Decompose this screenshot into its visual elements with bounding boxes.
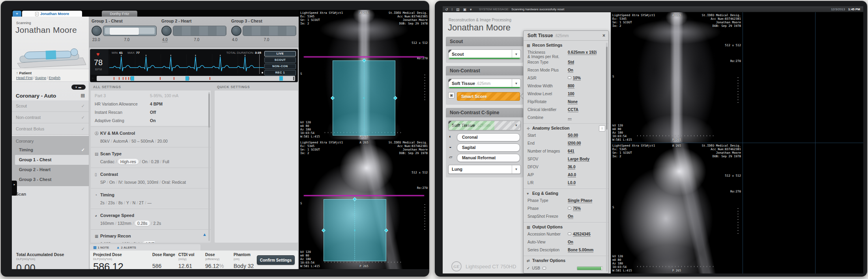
setting-token[interactable]: 0.28 [151, 159, 159, 164]
group-start-value[interactable]: 4.0 [232, 38, 238, 42]
scan-box-center[interactable]: × [354, 228, 356, 232]
settings-section[interactable]: ◔Timing2s/23s/8s/Y/N/2T/— [91, 188, 211, 209]
scout-viewport-lateral[interactable]: LightSpeed Xtra SYS#jct1Ex: 5345Se: 1 SC… [299, 140, 429, 269]
coronary-item[interactable]: Group 1 - Chest [15, 155, 89, 165]
setting-token[interactable]: 8s [118, 200, 123, 205]
tab-jonathan-moore[interactable]: ×Jonathan Moore [22, 11, 82, 17]
reset-icon[interactable]: ↺ [445, 8, 448, 11]
panel-row-value[interactable]: Single Phase [568, 198, 592, 203]
protocol-step[interactable]: Scout✓ [12, 100, 89, 112]
settings-scrollbar-thumb[interactable] [208, 94, 210, 128]
setting-value[interactable]: On [150, 117, 156, 125]
settings-section[interactable]: ▦Primary Recon▲0.625mm x 192i/Std/ASiR 4… [91, 229, 211, 243]
panel-row-value[interactable]: 10% [573, 76, 581, 81]
group-mid-value[interactable]: 7.0 [194, 38, 200, 42]
notes-alerts-strip[interactable]: ▤1 NOTE ▲2 ALERTS [90, 244, 200, 251]
group-slider-track[interactable] [173, 26, 226, 36]
panel-row-value[interactable]: S0.00 [568, 133, 578, 138]
setting-row[interactable]: HR Variation Allowance4 BPM [91, 100, 211, 108]
setting-value[interactable]: 4 BPM [150, 100, 163, 108]
protocol-step[interactable]: Contrast Bolus✓ [12, 123, 89, 135]
settings-section[interactable]: ◕Coverage Speed160mm/132mm/0.28s/2.2s [91, 209, 211, 229]
panel-row-value[interactable]: 0.625mm x 192i [568, 50, 597, 55]
group-slider-track[interactable] [243, 26, 296, 36]
group-slider-knob[interactable] [92, 26, 102, 36]
panel-row-value[interactable]: 100 [568, 92, 574, 96]
panel-row-value[interactable]: Bone 5.00mm [568, 248, 593, 253]
ecg-button-live[interactable]: LIVE [264, 51, 296, 57]
collapse-control[interactable]: ▾ ▬ [71, 85, 86, 90]
close-icon[interactable]: × [602, 31, 605, 41]
group-slider-track[interactable] [103, 26, 157, 36]
setting-chip[interactable]: 0.28s [135, 221, 150, 226]
setting-token[interactable]: 20.00 [157, 139, 168, 143]
panel-row-value[interactable]: 75% [573, 206, 581, 211]
close-tab-icon[interactable]: × [35, 12, 39, 16]
log-icon[interactable]: ▤ [456, 8, 460, 11]
orientation-link[interactable]: Supine [35, 76, 46, 80]
group-slider-knob[interactable] [161, 26, 172, 36]
setting-row[interactable]: Part 35-95%, 100 mA [91, 92, 211, 100]
comment-bubble-icon[interactable] [568, 76, 571, 79]
panel-row-value[interactable]: On [568, 240, 573, 245]
alert-icon[interactable]: ! [452, 8, 453, 11]
manual-reformat-button[interactable]: Manual Reformat [457, 154, 520, 162]
coronary-item[interactable]: Group 3 - Chest [15, 175, 89, 185]
setting-chip[interactable]: High-res [118, 159, 138, 164]
setting-token[interactable]: On [142, 159, 148, 164]
transfer-row[interactable]: ✓USB [527, 264, 605, 272]
setting-token[interactable]: On [109, 180, 115, 185]
timeline-scrubber[interactable] [97, 76, 295, 81]
smart-score-button[interactable]: Smart Score [457, 92, 520, 101]
timeline-marker[interactable] [131, 76, 134, 81]
setting-token[interactable]: N [133, 200, 136, 205]
panel-row-value[interactable]: A0.0 [568, 173, 576, 177]
protocol-doc-icon[interactable]: ▤ [81, 93, 85, 98]
setting-token[interactable]: 80kV [100, 139, 110, 143]
setting-token[interactable]: Full [163, 159, 169, 164]
setting-row[interactable]: Instant RescanOff [91, 108, 211, 117]
setting-token[interactable]: 132mm [118, 221, 131, 226]
settings-section[interactable]: ▯ContrastSP/On/IV: Isovue 300, 100ml/Ora… [91, 168, 211, 188]
group-slider-knob[interactable] [231, 26, 241, 36]
setting-token[interactable]: 2T [139, 200, 144, 205]
settings-section[interactable]: ⒶKV & MA Control80kV/AutomA/50 – 500mA/2… [91, 126, 211, 147]
setting-row[interactable]: Adaptive GatingOn [91, 117, 211, 125]
group-slider-handle[interactable] [110, 28, 139, 35]
setting-token[interactable]: Std [133, 241, 140, 243]
scan-box-center[interactable]: × [363, 96, 365, 100]
dropdown-caret-icon[interactable]: ▼ [512, 121, 520, 130]
c-spine-series-dropdown[interactable]: Soft Tissue.625mm ▼ [448, 121, 521, 130]
table-dock-tab[interactable]: ▸ [12, 181, 17, 196]
add-patient-tab[interactable]: + [13, 11, 21, 17]
alert-count[interactable]: 2 ALERTS [121, 246, 136, 249]
group-start-value[interactable]: 23.0 [92, 38, 100, 42]
dropdown-caret-icon[interactable]: ▼ [512, 165, 520, 173]
panel-row-value[interactable]: Std [568, 60, 574, 65]
group-start-value[interactable]: 4.0 [162, 38, 168, 42]
setting-token[interactable]: Cardiac [100, 159, 114, 164]
coronary-item[interactable]: Timing✓ [15, 145, 89, 155]
panel-row-value[interactable]: On [568, 68, 573, 73]
panel-row-value[interactable]: 641 [568, 149, 574, 154]
panel-row-value[interactable]: None [568, 100, 578, 104]
coronal-button[interactable]: Coronal [457, 133, 520, 141]
setting-token[interactable]: 2.2s [153, 221, 161, 226]
comment-bubble-icon[interactable] [542, 267, 546, 270]
ecg-button-scout[interactable]: SCOUT [264, 57, 296, 63]
setting-token[interactable]: 2s [100, 200, 105, 205]
scrub-end-handle[interactable] [293, 77, 294, 80]
comment-bubble-icon[interactable] [568, 232, 571, 235]
tab-dorthy-fritz[interactable]: Dorthy Fritz [102, 11, 137, 17]
panel-row-value[interactable]: L0.0 [568, 181, 576, 185]
ecg-playhead[interactable] [259, 54, 260, 74]
play-icon[interactable]: ▶ [92, 77, 94, 80]
comment-bubble-icon[interactable] [568, 207, 571, 209]
timeline-marker[interactable] [185, 76, 189, 81]
lung-dropdown[interactable]: Lung ▼ [448, 165, 521, 174]
setting-token[interactable]: IV: Isovue 300, 100ml [118, 180, 158, 185]
setting-token[interactable]: 23s [108, 200, 115, 205]
panel-row-value[interactable]: 42524345 [573, 232, 591, 237]
setting-token[interactable]: 50 – 500mA [131, 139, 154, 143]
recon-viewport-lateral[interactable]: LightSpeed Xtra SYS#jct1Ex: 5345Se: 1 SC… [611, 143, 743, 273]
